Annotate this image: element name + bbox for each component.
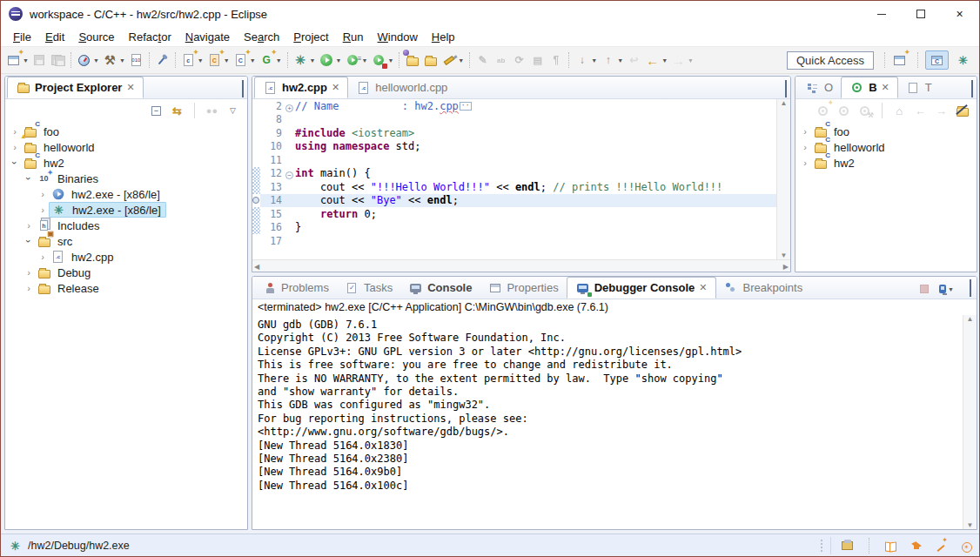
dropdown-arrow-icon[interactable]: ▼ [224,57,230,64]
dropdown-arrow-icon[interactable]: ▼ [688,57,694,64]
dropdown-arrow-icon[interactable]: ▼ [591,57,597,64]
dropdown-arrow-icon[interactable]: ▼ [661,57,668,64]
run-external-button[interactable]: ▼ [369,50,395,70]
new-cpp-class-button[interactable]: C✦▼ [205,50,232,70]
fold-plus-icon[interactable]: + [284,99,295,114]
tree-item-hw2-cpp[interactable]: ›.chw2.cpp [5,249,247,265]
new-c-source-button[interactable]: c✦▼ [179,50,205,70]
forward-button[interactable]: → [934,104,949,117]
debug-button[interactable]: ✳▼ [292,50,318,70]
new-wizard-button[interactable]: ✦▼ [4,50,30,70]
new-build-target-button[interactable]: ✦ [816,104,830,117]
debug-position-marker-icon[interactable] [252,197,259,204]
back-button[interactable]: ← [913,104,928,117]
tree-item-hw2[interactable]: ›Chw2 [795,155,977,171]
menu-run[interactable]: Run [336,29,371,45]
build-target-button[interactable] [836,104,851,117]
editor-tab-hw2-cpp[interactable]: .chw2.cpp✕ [254,77,348,98]
maximize-view-button[interactable] [970,281,971,297]
expand-arrow-icon[interactable]: › [799,126,811,137]
editor-tab-helloworld-cpp[interactable]: .chelloworld.cpp [348,77,455,98]
home-button[interactable]: ⌂ [892,104,907,117]
tree-item-release[interactable]: ›Release [5,280,247,296]
close-tab-icon[interactable]: ✕ [332,82,339,93]
tutorials-cap-button[interactable] [909,538,923,554]
run-coverage-button[interactable]: ≡▼ [343,50,369,70]
code-editor[interactable]: 2+// Name : hw2.cpp··89#include <iostrea… [252,99,790,259]
expand-arrow-icon[interactable]: › [23,267,35,278]
toggle-pin-button[interactable] [153,50,171,70]
menu-edit[interactable]: Edit [38,29,71,45]
tab-console[interactable]: Console [400,277,480,299]
new-c-file-button[interactable]: C✦▼ [232,50,258,70]
dropdown-arrow-icon[interactable]: ▼ [458,57,464,64]
fold-minus-icon[interactable]: − [284,165,295,181]
folded-region-icon[interactable]: ·· [460,102,472,111]
expand-arrow-icon[interactable]: › [37,205,49,215]
dropdown-arrow-icon[interactable]: ▼ [198,57,204,64]
run-button[interactable]: ▼ [318,50,344,70]
view-tab-outline-view[interactable]: O [797,77,841,98]
tab-problems[interactable]: Problems [254,277,337,299]
view-menu-button[interactable]: ▽ [225,104,240,117]
tree-item-foo[interactable]: ›Cfoo [795,124,977,139]
code-line-13[interactable]: 13 cout << "!!!Hello World!!!" << endl; … [252,180,776,194]
close-window-button[interactable]: × [940,1,979,27]
build-hammer-button[interactable]: ⚒▼ [101,50,127,70]
focus-on-task-button[interactable]: ●● [205,104,219,117]
tree-item-helloworld[interactable]: ›Chelloworld [795,139,977,155]
expand-arrow-icon[interactable]: › [37,189,49,199]
editor-horizontal-scrollbar[interactable]: ◀ ▶ [252,259,790,272]
code-line-2[interactable]: 2+// Name : hw2.cpp·· [252,99,776,113]
tab-project-explorer[interactable]: Project Explorer ✕ [7,77,144,98]
menu-refactor[interactable]: Refactor [122,29,178,45]
tree-item-helloworld[interactable]: ›helloworld [5,139,247,155]
code-line-15[interactable]: 15 return 0; [252,207,776,221]
expand-arrow-icon[interactable]: › [799,142,811,152]
tree-item-hw2-exe-x86-le-[interactable]: ›✳hw2.exe - [x86/le] [5,202,247,218]
menu-search[interactable]: Search [237,29,286,45]
dropdown-arrow-icon[interactable]: ▼ [387,57,393,64]
tray-card-button[interactable] [840,538,855,554]
search-flashlight-button[interactable]: ▼ [440,50,466,70]
menu-window[interactable]: Window [371,29,425,45]
tab-debugger-console[interactable]: Debugger Console✕ [567,277,716,299]
expand-arrow-icon[interactable]: › [799,158,811,168]
code-line-12[interactable]: 12−int main() { [252,167,776,181]
hide-empty-folders-button[interactable] [955,104,970,117]
edit-build-target-button[interactable]: ⚒ [857,104,872,117]
scroll-right-icon[interactable]: ▶ [783,263,789,271]
maximize-view-button[interactable] [242,82,244,97]
scroll-left-icon[interactable]: ◀ [254,263,259,271]
tree-item-debug[interactable]: ›Debug [5,265,247,280]
scroll-down-icon[interactable]: ▼ [781,252,788,259]
next-annotation-button[interactable]: ↓▼ [573,50,599,70]
code-line-10[interactable]: 10using namespace std; [252,140,776,154]
maximize-window-button[interactable] [901,1,940,27]
code-line-17[interactable]: 17 [252,234,776,248]
minimize-window-button[interactable] [862,1,901,27]
console-horizontal-scrollbar[interactable]: ◀ ▶ [252,529,977,530]
whats-new-book-button[interactable] [883,538,898,554]
code-line-11[interactable]: 11 [252,153,776,167]
debug-perspective-button[interactable]: ✳ [952,51,974,69]
code-line-9[interactable]: 9#include <iostream> [252,126,776,140]
view-tab-build-targets-view[interactable]: B✕ [841,77,898,98]
close-tab-icon[interactable]: ✕ [699,282,707,293]
code-line-8[interactable]: 8 [252,113,776,127]
tree-item-hw2[interactable]: ›Chw2 [5,155,247,171]
link-with-editor-button[interactable]: ⇆ [170,104,185,117]
dropdown-arrow-icon[interactable]: ▼ [119,57,125,64]
code-line-14[interactable]: 14 cout << "Bye" << endl; [252,194,776,208]
prev-annotation-button[interactable]: ↑▼ [599,50,625,70]
menu-navigate[interactable]: Navigate [178,29,237,45]
console-vertical-scrollbar[interactable]: ▲ ▼ [963,315,977,529]
quick-access-box[interactable]: Quick Access [787,51,874,70]
dropdown-arrow-icon[interactable]: ▼ [336,57,342,64]
tree-item-src[interactable]: ›▣src [5,233,247,249]
collapse-arrow-icon[interactable]: › [10,157,20,169]
close-tab-icon[interactable]: ✕ [882,82,889,93]
menu-source[interactable]: Source [71,29,121,45]
profile-dial-button[interactable]: ▼ [75,50,101,70]
scroll-up-icon[interactable]: ▲ [967,315,974,323]
